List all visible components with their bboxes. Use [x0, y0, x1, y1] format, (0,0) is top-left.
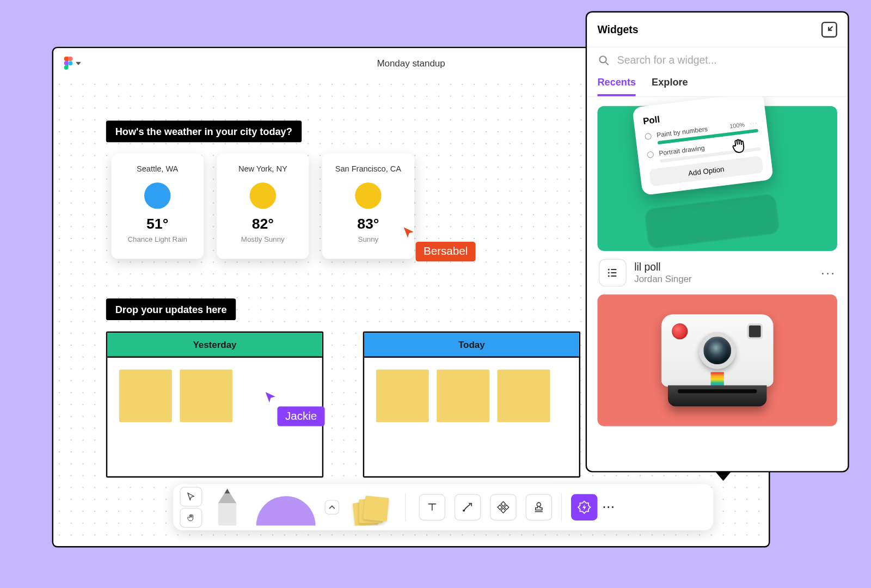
- board-header: Today: [364, 333, 579, 358]
- weather-city: San Francisco, CA: [335, 164, 401, 173]
- search-icon: [597, 54, 610, 67]
- radio-icon: [647, 151, 654, 158]
- connector-icon: [461, 501, 474, 514]
- tab-recents[interactable]: Recents: [597, 76, 636, 96]
- svg-rect-5: [501, 508, 506, 513]
- section-label-updates[interactable]: Drop your updates here: [106, 298, 236, 320]
- svg-rect-4: [504, 505, 509, 510]
- weather-temp: 83°: [357, 216, 379, 232]
- svg-point-6: [537, 503, 541, 506]
- svg-rect-2: [501, 501, 506, 506]
- stamp-icon: [532, 501, 545, 514]
- weather-condition: Chance Light Rain: [127, 235, 187, 243]
- widget-bolt-icon: [577, 500, 592, 514]
- collapse-panel-button[interactable]: [821, 22, 837, 38]
- weather-city: New York, NY: [238, 164, 287, 173]
- weather-condition: Sunny: [358, 235, 379, 243]
- svg-rect-3: [498, 505, 502, 510]
- widget-name: lil poll: [634, 261, 691, 273]
- collapse-icon: [825, 25, 834, 34]
- poll-card: Poll Paint by numbers 100% ··· Portrait …: [632, 97, 774, 195]
- hand-icon: [186, 513, 195, 523]
- svg-point-8: [608, 268, 610, 270]
- section-label-weather[interactable]: How's the weather in your city today?: [106, 120, 302, 142]
- sticky-stack-icon: [354, 495, 387, 526]
- bottom-toolbar: ···: [173, 484, 713, 530]
- weather-card[interactable]: Seattle, WA 51° Chance Light Rain: [111, 154, 203, 259]
- stamp-tool[interactable]: [490, 494, 516, 520]
- widget-preview-poll[interactable]: Poll Paint by numbers 100% ··· Portrait …: [597, 106, 837, 251]
- widgets-panel-title: Widgets: [597, 24, 638, 36]
- more-tools-button[interactable]: ···: [603, 501, 615, 513]
- weather-icon: [250, 182, 276, 209]
- board-today[interactable]: Today: [363, 332, 580, 478]
- shape-options-button[interactable]: [325, 500, 340, 514]
- panel-pointer-icon: [715, 471, 731, 481]
- toolbar-divider: [561, 493, 562, 522]
- cursor-label: Bersabel: [416, 242, 476, 261]
- cursor-label: Jackie: [277, 407, 324, 426]
- weather-cards: Seattle, WA 51° Chance Light Rain New Yo…: [111, 154, 414, 259]
- text-icon: [426, 501, 439, 514]
- poll-option-more: ···: [750, 119, 758, 127]
- pencil-icon: [214, 489, 240, 526]
- shape-tool[interactable]: [252, 489, 319, 526]
- svg-point-9: [608, 272, 610, 273]
- text-tool[interactable]: [419, 494, 445, 520]
- widget-item-more[interactable]: ···: [821, 265, 836, 280]
- cursor-icon: [186, 492, 195, 501]
- svg-point-7: [600, 56, 606, 63]
- weather-temp: 82°: [252, 216, 274, 232]
- connector-tool[interactable]: [455, 494, 481, 520]
- chevron-up-icon: [329, 504, 335, 511]
- widgets-search: [587, 47, 848, 70]
- widgets-tabs: Recents Explore: [587, 70, 848, 97]
- shape-icon: [256, 496, 316, 525]
- select-tool[interactable]: [180, 487, 202, 506]
- weather-icon: [144, 182, 170, 209]
- widgets-panel: Widgets Recents Explore Poll Paint by nu…: [586, 11, 849, 473]
- widgets-tool[interactable]: [571, 494, 597, 520]
- sticky-note[interactable]: [119, 370, 172, 422]
- board-header: Yesterday: [107, 333, 322, 358]
- list-icon: [599, 259, 627, 287]
- widgets-list[interactable]: Poll Paint by numbers 100% ··· Portrait …: [587, 97, 848, 471]
- weather-card[interactable]: San Francisco, CA 83° Sunny: [322, 154, 414, 259]
- sticky-note[interactable]: [376, 370, 429, 422]
- figma-logo-icon: [64, 57, 73, 70]
- toolbar-divider: [405, 493, 406, 522]
- widget-author: Jordan Singer: [634, 273, 691, 284]
- widget-list-item[interactable]: lil poll Jordan Singer ···: [597, 251, 837, 295]
- sticky-note[interactable]: [498, 370, 550, 422]
- polaroid-camera-icon: [661, 314, 774, 406]
- search-input[interactable]: [617, 54, 837, 66]
- poll-shadow: [644, 194, 780, 249]
- sticky-note-tool[interactable]: [345, 489, 396, 526]
- marker-tool[interactable]: [207, 489, 247, 526]
- radio-icon: [645, 132, 652, 139]
- chevron-down-icon: [76, 62, 81, 65]
- poll-option-pct: 100%: [729, 121, 745, 129]
- remote-cursor-jackie: Jackie: [264, 391, 325, 426]
- weather-temp: 51°: [146, 216, 168, 232]
- sticky-note[interactable]: [180, 370, 232, 422]
- remote-cursor-bersabel: Bersabel: [402, 226, 475, 261]
- svg-point-10: [608, 275, 610, 277]
- sticky-note[interactable]: [437, 370, 489, 422]
- tab-explore[interactable]: Explore: [652, 76, 688, 96]
- grab-cursor-icon: [728, 134, 750, 156]
- widget-preview-camera[interactable]: [597, 295, 837, 426]
- weather-icon: [355, 182, 381, 209]
- weather-city: Seattle, WA: [137, 164, 178, 173]
- svg-point-0: [69, 61, 73, 65]
- board-body[interactable]: [364, 358, 579, 476]
- diamond-grid-icon: [496, 501, 510, 514]
- stamp-approve-tool[interactable]: [526, 494, 552, 520]
- weather-condition: Mostly Sunny: [241, 235, 285, 243]
- figma-menu-button[interactable]: [64, 57, 81, 70]
- page-title: Monday standup: [377, 58, 445, 68]
- update-boards: Yesterday Today: [106, 332, 580, 478]
- hand-tool[interactable]: [180, 508, 202, 528]
- weather-card[interactable]: New York, NY 82° Mostly Sunny: [217, 154, 309, 259]
